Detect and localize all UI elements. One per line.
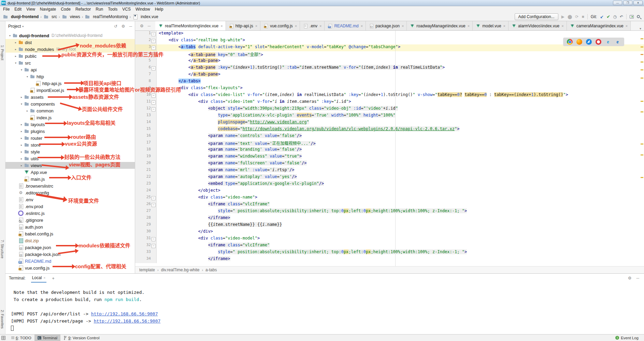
code-line[interactable]: 7 </a-tab-pane> <box>135 72 644 79</box>
hide-panel-icon[interactable]: ─ <box>129 24 132 29</box>
gear-icon[interactable]: ⚙ <box>121 24 125 29</box>
tree-row-plugins[interactable]: ▸plugins <box>5 128 135 135</box>
menu-edit[interactable]: Edit <box>12 7 24 12</box>
code-line[interactable]: 25 <div class="video-name"> <box>135 195 644 202</box>
edge-browser-icon[interactable]: e <box>615 39 620 45</box>
chevron-right-icon[interactable]: ▸ <box>13 55 18 58</box>
close-icon[interactable]: × <box>295 24 297 28</box>
close-icon[interactable]: × <box>319 24 321 28</box>
code-line[interactable]: 26 <iframe class="vlcIframe" <box>135 202 644 208</box>
tree-row-app-vue[interactable]: App.vue <box>5 169 135 176</box>
code-line[interactable]: 30 </div> <box>135 229 644 236</box>
maximize-button[interactable]: ❐ <box>623 1 632 5</box>
stop-icon[interactable]: ■ <box>582 15 584 19</box>
code-line[interactable]: 17 <param name='text' value='正在加载视频中...'… <box>135 140 644 147</box>
menu-file[interactable]: File <box>1 7 12 12</box>
close-icon[interactable]: × <box>503 24 505 28</box>
line-number[interactable]: 17 <box>135 140 157 147</box>
tab-vue-config-js[interactable]: vue.config.js× <box>260 21 300 30</box>
chevron-down-icon[interactable]: ▾ <box>13 62 18 65</box>
line-number[interactable]: 20 <box>135 161 157 167</box>
terminal-link[interactable]: http://192.168.66.56:9007 <box>94 318 161 324</box>
menu-run[interactable]: Run <box>93 7 105 12</box>
tree-row--env-prod[interactable]: .env.prod <box>5 203 135 210</box>
chevron-right-icon[interactable]: ▸ <box>19 123 24 126</box>
line-number[interactable]: 29 <box>135 222 157 229</box>
debug-icon[interactable]: ⬤ <box>568 15 572 19</box>
project-panel-title[interactable]: Project <box>8 24 21 29</box>
code-line[interactable]: 27 style=" position:absolute;visibility:… <box>135 208 644 215</box>
editor-breadcrumb-item[interactable]: template <box>139 268 155 272</box>
menu-vcs[interactable]: VCS <box>120 7 133 12</box>
new-terminal-button[interactable]: + <box>52 276 55 281</box>
code-line[interactable]: 18 <param name='branding' value='false'/… <box>135 147 644 154</box>
code-line[interactable]: 10 <div class="video-list" v-for="(item,… <box>135 92 644 99</box>
stripe-favorites-button[interactable]: 2: Favorites <box>0 310 4 329</box>
status-terminal-button[interactable]: >_ Terminal <box>34 335 60 341</box>
close-icon[interactable]: × <box>361 24 363 28</box>
code-line[interactable]: 13 type='application/x-vlc-plugin' event… <box>135 113 644 120</box>
history-icon[interactable]: ◷ <box>613 15 616 19</box>
line-number[interactable]: 18 <box>135 147 157 154</box>
chevron-down-icon[interactable]: ▾ <box>25 75 30 78</box>
editor-breadcrumb-item[interactable]: a-tabs <box>205 268 217 272</box>
status-version-control-button[interactable]: 9: Version Control <box>60 335 102 341</box>
chevron-right-icon[interactable]: ▸ <box>13 41 18 44</box>
code-line[interactable]: 31 <div class="video-model"> <box>135 236 644 243</box>
chevron-right-icon[interactable]: ▸ <box>19 150 24 153</box>
tabs-overflow-icon[interactable]: ▾ <box>637 27 644 30</box>
terminal-settings-icon[interactable]: ⚙ <box>628 276 632 281</box>
breadcrumb-item-src[interactable]: src <box>43 14 57 19</box>
line-number[interactable]: 24 <box>135 188 157 195</box>
menu-tools[interactable]: Tools <box>105 7 120 12</box>
terminal-tab-local[interactable]: Local × <box>31 274 47 283</box>
line-number[interactable]: 32 <box>135 243 157 249</box>
line-number[interactable]: 16 <box>135 133 157 140</box>
tab-package-json[interactable]: package.json× <box>366 21 407 30</box>
chevron-right-icon[interactable]: ▸ <box>19 96 24 99</box>
line-number[interactable]: 11 <box>135 99 157 106</box>
safari-browser-icon[interactable] <box>586 39 592 45</box>
line-number[interactable]: 13 <box>135 113 157 120</box>
line-number[interactable]: 28 <box>135 215 157 222</box>
code-line[interactable]: 20 <param name='fullscreen' value='false… <box>135 161 644 167</box>
line-number[interactable]: 34 <box>135 256 157 263</box>
ie-browser-icon[interactable]: e <box>605 39 611 45</box>
menu-refactor[interactable]: Refactor <box>73 7 93 12</box>
tree-row--gitignore[interactable]: .gitignore <box>5 217 135 223</box>
menu-help[interactable]: Help <box>153 7 166 12</box>
tab-realtimemonitoring-index-vue[interactable]: realTimeMonitoring\index.vue× <box>155 21 226 30</box>
terminal-output[interactable]: Note that the development build is not o… <box>5 283 644 332</box>
close-icon[interactable]: × <box>468 24 470 28</box>
collapse-all-icon[interactable]: ↺ <box>114 24 117 29</box>
code-line[interactable]: 21 <param name='mrl' :value='i.rtsp'/> <box>135 167 644 174</box>
line-number[interactable]: 12 <box>135 106 157 113</box>
chevron-right-icon[interactable]: ▸ <box>19 164 24 167</box>
breadcrumb-item-views[interactable]: views <box>62 14 80 19</box>
tree-row-src[interactable]: ▾src <box>5 59 135 66</box>
tree-row--eslintrc-js[interactable]: .eslintrc.js <box>5 210 135 217</box>
breadcrumb-item-index.vue[interactable]: index.vue <box>132 14 158 19</box>
git-update-icon[interactable]: ↙ <box>600 15 603 19</box>
line-number[interactable]: 30 <box>135 229 157 236</box>
code-line[interactable]: 5 </a-tab-pane> <box>135 58 644 65</box>
chevron-right-icon[interactable]: ▸ <box>19 130 24 133</box>
breadcrumb-item-realtimemonitoring[interactable]: realTimeMonitoring <box>85 14 128 19</box>
chrome-browser-icon[interactable] <box>567 39 573 45</box>
tab-alarmvideos-index-vue[interactable]: alarmVideos\index.vue× <box>509 21 567 30</box>
code-line[interactable]: 11 <div class="video-item" v-for="i in i… <box>135 99 644 106</box>
line-number[interactable]: 10 <box>135 92 157 99</box>
tabbar-gear-icon[interactable]: ⚙ <box>140 24 144 28</box>
status-event-log-button[interactable]: i Event Log <box>615 336 644 340</box>
code-line[interactable]: 34 </iframe> <box>135 256 644 263</box>
chevron-right-icon[interactable]: ▸ <box>19 144 24 147</box>
minimize-button[interactable]: — <box>613 1 622 5</box>
close-button[interactable]: ✕ <box>633 1 643 5</box>
status-todo-button[interactable]: 6: TODO <box>8 335 34 341</box>
opera-browser-icon[interactable] <box>596 39 601 45</box>
menu-navigate[interactable]: Navigate <box>38 7 58 12</box>
tree-row-auth-json[interactable]: auth.json <box>5 223 135 230</box>
line-number[interactable]: 15 <box>135 126 157 133</box>
chevron-right-icon[interactable]: ▸ <box>19 137 24 140</box>
code-line[interactable]: 6 <a-tab-pane :key="(index+1).toString()… <box>135 65 644 72</box>
